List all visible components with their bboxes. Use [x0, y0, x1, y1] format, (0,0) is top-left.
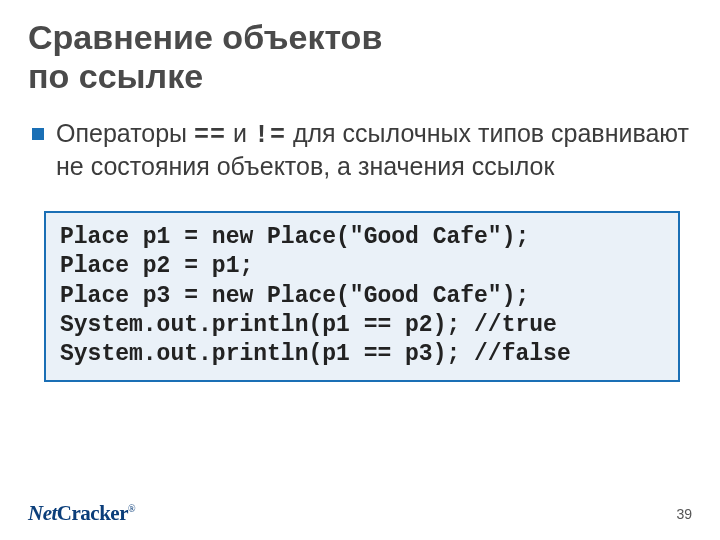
page-number: 39 [676, 506, 692, 522]
slide: Сравнение объектов по ссылке Операторы =… [0, 0, 720, 540]
logo-net: Net [28, 501, 57, 525]
bullet-part1: Операторы [56, 119, 194, 147]
title-line-2: по ссылке [28, 57, 203, 95]
bullet-part2: и [226, 119, 254, 147]
bullet-item: Операторы == и != для ссылочных типов ср… [32, 118, 692, 183]
slide-title: Сравнение объектов по ссылке [28, 18, 692, 96]
netcracker-logo: NetCracker® [28, 501, 135, 526]
slide-body: Операторы == и != для ссылочных типов ср… [28, 118, 692, 382]
bullet-text: Операторы == и != для ссылочных типов ср… [56, 118, 692, 183]
code-block: Place p1 = new Place("Good Cafe"); Place… [44, 211, 680, 382]
logo-reg: ® [128, 503, 135, 514]
operator-not-equals: != [254, 121, 286, 150]
title-line-1: Сравнение объектов [28, 18, 382, 56]
slide-footer: NetCracker® 39 [0, 496, 720, 526]
logo-cracker: Cracker [57, 501, 128, 525]
bullet-marker-icon [32, 128, 44, 140]
operator-equals: == [194, 121, 226, 150]
